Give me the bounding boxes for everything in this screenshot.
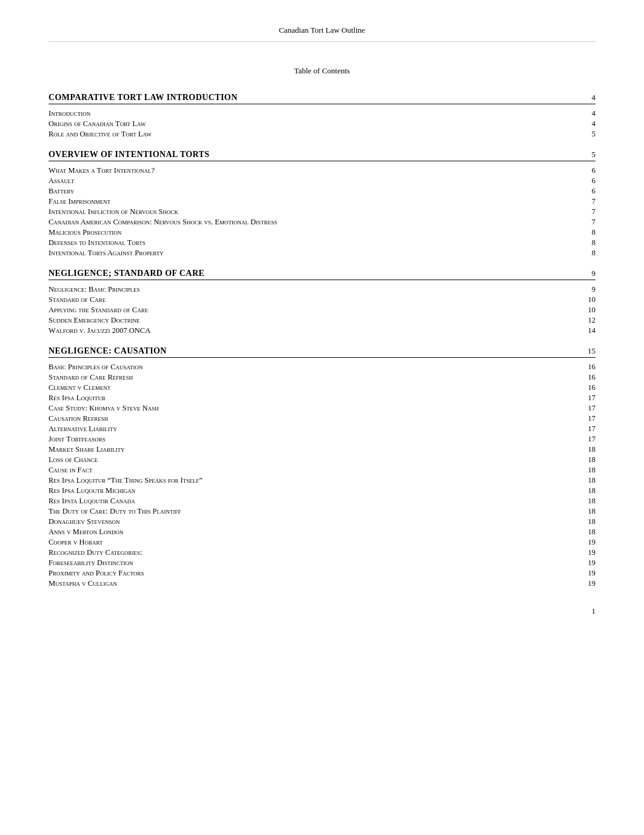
toc-entry: Malicious Prosecution8 bbox=[49, 228, 595, 237]
toc-entry-title: Res Ipsa Loquitur bbox=[49, 394, 583, 403]
toc-entry-page: 10 bbox=[583, 306, 595, 315]
toc-entry-title: Causation Refresh bbox=[49, 414, 583, 423]
toc-entry-title: What Makes a Tort Intentional? bbox=[49, 166, 583, 175]
toc-entry-page: 18 bbox=[583, 517, 595, 526]
toc-entry-page: 5 bbox=[583, 130, 595, 139]
toc-entry-page: 8 bbox=[583, 238, 595, 247]
toc-entry: Sudden Emergency Doctrine12 bbox=[49, 316, 595, 325]
toc-entry: Origins of Canadian Tort Law4 bbox=[49, 119, 595, 129]
toc-entry-title: Cooper v Hobart bbox=[49, 538, 583, 547]
toc-entry-page: 12 bbox=[583, 316, 595, 325]
toc-entry: Res Ipsa Loquitur17 bbox=[49, 394, 595, 403]
toc-entry-title: Joint Tortfeasors bbox=[49, 435, 583, 444]
toc-entry: Battery6 bbox=[49, 187, 595, 196]
toc-entry-page: 7 bbox=[583, 218, 595, 227]
toc-entry-title: Applying the Standard of Care bbox=[49, 306, 583, 315]
toc-entry-title: Introduction bbox=[49, 109, 583, 118]
toc-entry-title: Canadian American Comparison: Nervous Sh… bbox=[49, 218, 583, 227]
toc-entry-title: Anns v Merton London bbox=[49, 528, 583, 537]
toc-entry: Mustapha v Culligan19 bbox=[49, 579, 595, 588]
toc-section-page: 15 bbox=[583, 346, 595, 356]
toc-entry-title: False Imprisonment bbox=[49, 197, 583, 206]
toc-entry: Recognized Duty Categories:19 bbox=[49, 548, 595, 557]
toc-entry-title: Sudden Emergency Doctrine bbox=[49, 316, 583, 325]
toc-entry-page: 4 bbox=[583, 109, 595, 118]
toc-entry-page: 19 bbox=[583, 579, 595, 588]
toc-entry-page: 8 bbox=[583, 249, 595, 258]
toc-entry-title: Case Study: Khomva v Steve Nash bbox=[49, 404, 583, 413]
toc-section-negligence-standard: NEGLIGENCE; STANDARD OF CARE9Negligence:… bbox=[49, 269, 595, 335]
toc-entry-page: 16 bbox=[583, 383, 595, 392]
toc-entry: Intentional Torts Against Property8 bbox=[49, 249, 595, 258]
toc-entries-group: Basic Principles of Causation16Standard … bbox=[49, 363, 595, 588]
toc-entry: Defenses to Intentional Torts8 bbox=[49, 238, 595, 247]
toc-entry-page: 18 bbox=[583, 528, 595, 537]
toc-entry: Cooper v Hobart19 bbox=[49, 538, 595, 547]
toc-entry-title: Loss of Chance bbox=[49, 455, 583, 464]
toc-entry-title: Defenses to Intentional Torts bbox=[49, 238, 583, 247]
toc-section-title: NEGLIGENCE; STANDARD OF CARE bbox=[49, 269, 204, 278]
toc-entry-title: Foreseeability Distinction bbox=[49, 558, 583, 568]
toc-entry: Introduction4 bbox=[49, 109, 595, 118]
toc-entry: Proximity and Policy Factors19 bbox=[49, 569, 595, 578]
toc-entry: Alternative Liability17 bbox=[49, 424, 595, 434]
toc-entry: Res Ipsta Luqoutir Canada18 bbox=[49, 497, 595, 506]
toc-entry-page: 7 bbox=[583, 197, 595, 206]
toc-entry: Joint Tortfeasors17 bbox=[49, 435, 595, 444]
toc-entry: Intentional Infliction of Nervous Shock7 bbox=[49, 207, 595, 216]
toc-section-title: OVERVIEW OF INTENTIONAL TORTS bbox=[49, 150, 209, 159]
toc-entry-page: 17 bbox=[583, 424, 595, 434]
toc-entry-page: 19 bbox=[583, 538, 595, 547]
toc-section-page: 5 bbox=[583, 150, 595, 159]
toc-entry: Market Share Liability18 bbox=[49, 445, 595, 454]
toc-entry-title: Intentional Infliction of Nervous Shock bbox=[49, 207, 583, 216]
toc-entry-page: 17 bbox=[583, 414, 595, 423]
toc-entry-page: 18 bbox=[583, 486, 595, 495]
toc-entry-page: 14 bbox=[583, 326, 595, 335]
toc-entry-title: Negligence: Basic Principles bbox=[49, 285, 583, 294]
toc-entry-title: Assault bbox=[49, 176, 583, 186]
toc-entry-page: 16 bbox=[583, 363, 595, 372]
toc-entry-page: 19 bbox=[583, 558, 595, 568]
toc-entry-page: 10 bbox=[583, 295, 595, 304]
toc-section-title: COMPARATIVE TORT LAW INTRODUCTION bbox=[49, 93, 238, 102]
toc-entry-title: Battery bbox=[49, 187, 583, 196]
toc-entry-title: Alternative Liability bbox=[49, 424, 583, 434]
toc-entry-page: 4 bbox=[583, 119, 595, 129]
toc-entry: Negligence: Basic Principles9 bbox=[49, 285, 595, 294]
toc-entry: Res Ipsa Luqoutr Michigan18 bbox=[49, 486, 595, 495]
toc-container: COMPARATIVE TORT LAW INTRODUCTION4Introd… bbox=[49, 93, 595, 588]
toc-entry-title: Proximity and Policy Factors bbox=[49, 569, 583, 578]
toc-section-intentional-torts: OVERVIEW OF INTENTIONAL TORTS5What Makes… bbox=[49, 150, 595, 258]
toc-entry-title: Standard of Care Refresh bbox=[49, 373, 583, 382]
toc-entry-title: Market Share Liability bbox=[49, 445, 583, 454]
toc-entry-title: Res Ipsa Luqoutr Michigan bbox=[49, 486, 583, 495]
toc-entry: Clement v Clement16 bbox=[49, 383, 595, 392]
toc-entry-title: The Duty of Care: Duty to This Plaintiff bbox=[49, 507, 583, 516]
toc-entry-page: 17 bbox=[583, 435, 595, 444]
toc-entries-group: Negligence: Basic Principles9Standard of… bbox=[49, 285, 595, 335]
toc-entry: Walford v. Jacuzzi 2007 ONCA14 bbox=[49, 326, 595, 335]
toc-entry-page: 18 bbox=[583, 466, 595, 475]
toc-entry-page: 19 bbox=[583, 548, 595, 557]
toc-entry: Loss of Chance18 bbox=[49, 455, 595, 464]
toc-entry-title: Clement v Clement bbox=[49, 383, 583, 392]
toc-entry: Standard of Care Refresh16 bbox=[49, 373, 595, 382]
toc-entry-title: Origins of Canadian Tort Law bbox=[49, 119, 583, 129]
toc-entry-title: Intentional Torts Against Property bbox=[49, 249, 583, 258]
toc-entry-page: 17 bbox=[583, 404, 595, 413]
toc-entry: The Duty of Care: Duty to This Plaintiff… bbox=[49, 507, 595, 516]
toc-entry-page: 18 bbox=[583, 445, 595, 454]
toc-title: Table of Contents bbox=[49, 66, 595, 76]
toc-entry-page: 18 bbox=[583, 507, 595, 516]
toc-entry-title: Res Ipsa Loquitur “The Thing Speaks for … bbox=[49, 476, 583, 485]
page-header: Canadian Tort Law Outline bbox=[49, 24, 595, 42]
toc-entries-group: What Makes a Tort Intentional?6Assault6B… bbox=[49, 166, 595, 258]
toc-section-header-negligence-standard: NEGLIGENCE; STANDARD OF CARE9 bbox=[49, 269, 595, 280]
toc-entry-page: 7 bbox=[583, 207, 595, 216]
toc-entry-title: Mustapha v Culligan bbox=[49, 579, 583, 588]
page-number-footer: 1 bbox=[49, 606, 595, 616]
toc-entry: False Imprisonment7 bbox=[49, 197, 595, 206]
toc-entry: Applying the Standard of Care10 bbox=[49, 306, 595, 315]
toc-entry-page: 19 bbox=[583, 569, 595, 578]
